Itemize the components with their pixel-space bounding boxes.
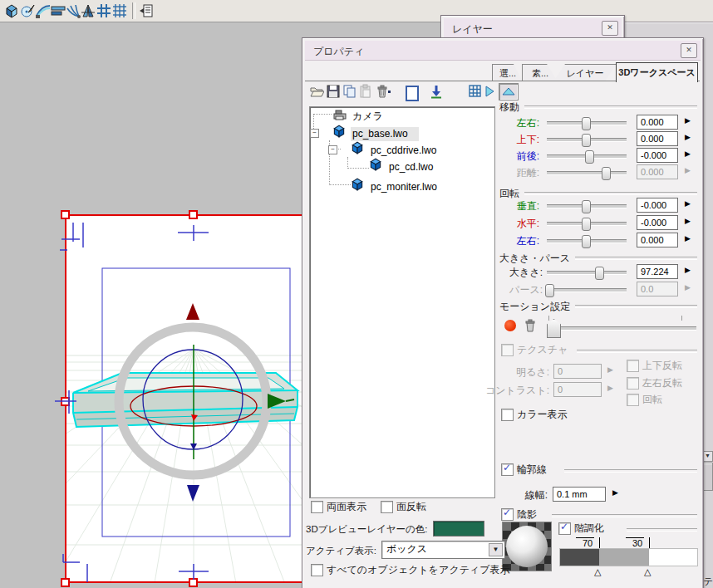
line-width-input[interactable]: 0.1 mm <box>553 487 606 502</box>
line-width-stepper[interactable] <box>612 488 621 498</box>
spray-tool-icon[interactable] <box>65 2 81 19</box>
move-fb-stepper[interactable] <box>685 149 693 159</box>
rot-v-input[interactable]: -0.000 <box>637 198 678 213</box>
preview-layer-color-label: 3Dプレビューレイヤーの色: <box>306 523 428 536</box>
color-display-checkbox[interactable] <box>501 409 514 421</box>
move-dist-slider[interactable] <box>547 171 627 175</box>
properties-window-title: プロパティ <box>305 41 701 59</box>
tab-3d-workspace-label: 3Dワークスペース <box>618 67 695 77</box>
layer-window-titlebar[interactable]: レイヤー ✕ <box>444 18 622 38</box>
gradation-checkbox[interactable] <box>558 522 571 535</box>
move-lr-slider[interactable] <box>547 121 627 125</box>
ruler-tool-icon[interactable] <box>50 2 66 19</box>
side-panel-toggle-icon[interactable] <box>138 2 155 19</box>
gradation-stop-70[interactable]: 70 <box>576 537 594 548</box>
properties-window-close-button[interactable]: ✕ <box>681 43 697 58</box>
tree-item-camera[interactable]: カメラ <box>352 110 383 124</box>
grid-tool-icon[interactable] <box>96 2 112 19</box>
move-ud-stepper[interactable] <box>685 133 693 143</box>
flip-vertical-checkbox[interactable] <box>627 360 639 372</box>
gradation-handle-70[interactable] <box>594 566 601 577</box>
solid-cube-tool-icon[interactable] <box>3 2 20 19</box>
tree-item-pc-base[interactable]: pc_base.lwo <box>352 128 408 140</box>
texture-rotate-checkbox[interactable] <box>627 394 639 406</box>
save-icon[interactable] <box>326 84 341 99</box>
tab-layer[interactable]: レイヤー <box>553 64 617 81</box>
move-lr-input[interactable]: 0.000 <box>637 115 678 130</box>
move-lr-stepper[interactable] <box>685 116 693 126</box>
texture-checkbox[interactable] <box>501 344 514 356</box>
layer-window-title: レイヤー <box>444 18 622 37</box>
scale-input[interactable]: 97.224 <box>637 264 678 279</box>
move-fb-slider[interactable] <box>547 154 627 159</box>
rot-v-slider[interactable] <box>547 204 627 208</box>
handle-top-left[interactable] <box>61 211 69 218</box>
move-ud-slider[interactable] <box>547 138 627 142</box>
record-keyframe-button[interactable] <box>504 320 516 331</box>
rot-v-stepper[interactable] <box>685 199 693 209</box>
shading-label: 陰影 <box>517 507 537 522</box>
background-window-text: テ <box>703 576 713 588</box>
motion-timeline-slider[interactable] <box>548 326 696 331</box>
application-root: ▼ テ レイヤー ✕ プロパティ ✕ 選... 素... レイヤー 3Dワークス… <box>0 0 713 588</box>
face-invert-checkbox[interactable] <box>381 501 393 513</box>
dropdown-arrow-icon[interactable] <box>489 543 503 556</box>
tab-3d-workspace[interactable]: 3Dワークスペース <box>616 62 698 82</box>
motion-timeline-thumb[interactable] <box>547 319 561 338</box>
brush-tool-icon[interactable] <box>35 2 52 19</box>
copy-icon[interactable] <box>342 84 357 99</box>
solo-toggle-button[interactable] <box>499 83 519 100</box>
tree-item-pc-monitor[interactable]: pc_moniter.lwo <box>371 181 437 193</box>
flip-horizontal-checkbox[interactable] <box>627 377 639 390</box>
grid-view-icon[interactable] <box>468 84 482 98</box>
compass-tool-icon[interactable] <box>20 2 37 19</box>
scene-tree[interactable]: カメラ − pc_base.lwo − pc_cddrive.lwo pc_cd… <box>309 106 495 498</box>
rot-h-slider[interactable] <box>547 222 627 226</box>
preview-layer-color-swatch[interactable] <box>433 521 484 537</box>
move-fb-input[interactable]: -0.000 <box>637 148 678 163</box>
frame-icon[interactable] <box>406 86 419 101</box>
all-objects-active-checkbox[interactable] <box>311 564 323 576</box>
tree-item-pc-cd[interactable]: pc_cd.lwo <box>389 161 433 173</box>
scale-stepper[interactable] <box>685 266 693 276</box>
contrast-input: 0 <box>553 382 602 397</box>
move-ud-input[interactable]: 0.000 <box>637 131 678 146</box>
tree-item-pc-cddrive[interactable]: pc_cddrive.lwo <box>371 145 436 156</box>
grid-dense-tool-icon[interactable] <box>111 2 128 19</box>
rot-h-input[interactable]: -0.000 <box>637 215 678 230</box>
move-row-ud: 上下: 0.000 <box>499 131 697 146</box>
delete-keyframe-icon[interactable] <box>523 318 538 333</box>
shading-checkbox[interactable] <box>501 508 514 521</box>
point-icon[interactable] <box>388 91 391 93</box>
perspective-slider[interactable] <box>547 288 627 292</box>
layer-window-close-button[interactable]: ✕ <box>602 21 618 36</box>
expander-pc-cddrive[interactable]: − <box>328 145 337 154</box>
tab-material[interactable]: 素... <box>522 64 558 81</box>
play-icon[interactable] <box>484 85 495 98</box>
motion-group-header: モーション設定 <box>499 301 697 312</box>
gradation-handle-30[interactable] <box>644 566 651 577</box>
outline-checkbox[interactable] <box>501 463 514 476</box>
scale-slider[interactable] <box>547 271 627 275</box>
rot-lr-stepper[interactable] <box>685 234 693 244</box>
gradation-bar[interactable] <box>560 549 697 566</box>
timeline-tick-start <box>548 316 549 321</box>
handle-bottom-mid[interactable] <box>189 579 197 586</box>
tab-selection[interactable]: 選... <box>492 64 523 81</box>
handle-top-mid[interactable] <box>189 211 197 218</box>
gradation-stop-30[interactable]: 30 <box>626 537 644 548</box>
rot-lr-slider[interactable] <box>547 239 627 243</box>
paste-icon[interactable] <box>358 84 373 99</box>
import-icon[interactable] <box>429 84 444 99</box>
double-sided-checkbox[interactable] <box>311 501 323 513</box>
tab-layer-label: レイヤー <box>567 68 604 78</box>
rot-h-stepper[interactable] <box>685 217 693 227</box>
open-icon[interactable] <box>309 84 324 99</box>
rot-lr-input[interactable]: 0.000 <box>637 233 678 247</box>
perspective-grid-tool-icon[interactable] <box>80 2 96 19</box>
tab-material-label: 素... <box>532 68 548 78</box>
properties-window-titlebar[interactable]: プロパティ ✕ <box>305 41 701 61</box>
expander-pc-base[interactable]: − <box>310 129 319 138</box>
handle-bottom-left[interactable] <box>61 579 69 586</box>
active-display-select[interactable]: ボックス <box>381 541 505 559</box>
